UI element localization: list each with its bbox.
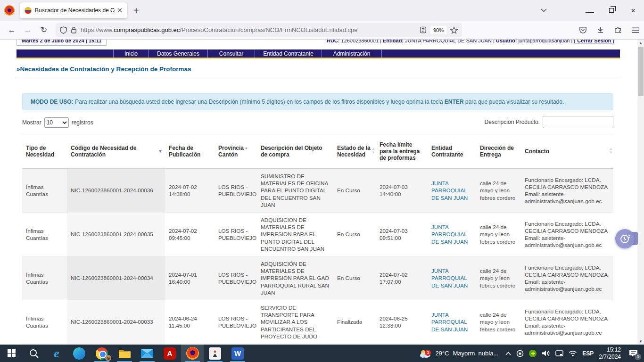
quick-clock-widget[interactable] <box>615 229 635 248</box>
cell-entidad: JUNTA PARROQUIAL DE SAN JUAN <box>428 300 476 344</box>
wifi-icon[interactable] <box>569 350 577 357</box>
back-button[interactable]: ← <box>4 25 20 35</box>
scroll-up-icon[interactable]: ▲ <box>637 40 644 46</box>
restore-button[interactable] <box>601 0 622 21</box>
list-tabs-chevron-icon[interactable] <box>533 0 554 21</box>
col-header-fecha-publicacion[interactable]: Fecha de Publicación <box>165 134 215 169</box>
clock-icon <box>619 233 631 245</box>
antivirus-tray-icon[interactable]: ✚ <box>529 350 537 357</box>
cell-codigo: NIC-1260023860001-2024-00035 <box>67 213 165 256</box>
notification-center-icon[interactable]: 3 <box>626 349 640 357</box>
col-header-entidad[interactable]: Entidad Contratante <box>428 134 476 169</box>
col-header-tipo[interactable]: Tipo de Necesidad <box>22 134 67 169</box>
entidad-link[interactable]: JUNTA PARROQUIAL DE SAN JUAN <box>431 268 468 288</box>
taskbar: e G A <box>0 345 644 362</box>
col-header-contacto[interactable]: Contacto▴▾ <box>521 134 613 169</box>
cell-tipo: Ínfimas Cuantías <box>22 169 67 213</box>
notification-count-badge: 3 <box>635 354 641 360</box>
language-indicator[interactable]: ESP <box>582 350 594 357</box>
product-filter-label: Descripción Producto: <box>485 119 540 125</box>
page-title: »Necesidades de Contratación y Recepción… <box>17 64 620 77</box>
word-icon[interactable]: W <box>226 345 249 362</box>
forward-button[interactable]: → <box>20 25 36 35</box>
cell-estado: En Curso <box>333 213 376 256</box>
chrome-icon[interactable]: G <box>91 345 113 362</box>
window-close-button[interactable]: × <box>622 0 644 21</box>
session-datetime: Martes 2 de Julio de 2024 | 15:11 <box>17 40 107 46</box>
browser-tab[interactable]: Buscador de Necesidades de Co ✕ <box>20 2 127 18</box>
nav-item-inicio[interactable]: Inicio <box>113 49 149 58</box>
records-label: registros <box>72 119 93 126</box>
table-row: Ínfimas Cuantías NIC-1260023860001-2024-… <box>22 169 613 213</box>
url-bar[interactable]: https://www.compraspublicas.gob.ec/Proce… <box>56 23 462 37</box>
zoom-level-badge[interactable]: 90% <box>430 26 446 34</box>
firefox-taskbar-icon[interactable] <box>181 345 204 362</box>
cell-descripcion: ADQUISICION DE MATERIALES DE IMPRESION P… <box>257 213 333 256</box>
scroll-down-icon[interactable]: ▼ <box>637 338 644 345</box>
col-header-fecha-limite[interactable]: Fecha límite para la entrega de proforma… <box>376 134 428 169</box>
reload-button[interactable]: ↻ <box>36 25 52 35</box>
cell-fecha-limite: 2024-06-25 12:33:00 <box>376 300 428 344</box>
new-tab-button[interactable]: + <box>133 5 139 16</box>
cell-tipo: Ínfimas Cuantías <box>22 256 67 300</box>
col-header-direccion[interactable]: Dirección de Entrega <box>476 134 521 169</box>
record-tray-icon[interactable] <box>516 350 524 357</box>
edge-icon[interactable] <box>68 345 91 362</box>
adobe-acrobat-icon[interactable]: A <box>158 345 181 362</box>
extensions-icon[interactable] <box>614 26 622 34</box>
filter-row: Mostrar 10 registros Descripción Product… <box>22 116 613 129</box>
col-header-provincia[interactable]: Provincia - Cantón <box>215 134 257 169</box>
cell-fecha-limite: 2024-07-03 14:40:00 <box>376 169 428 213</box>
java-app-icon[interactable] <box>204 345 226 362</box>
cell-contacto: Funcionario Encargado: LCDA. CECILIA CAR… <box>521 213 613 256</box>
entidad-link[interactable]: JUNTA PARROQUIAL DE SAN JUAN <box>431 312 468 332</box>
cell-estado: En Curso <box>333 256 376 300</box>
nav-item-consultar[interactable]: Consultar <box>207 49 255 58</box>
minimize-button[interactable] <box>579 0 601 21</box>
usage-notice: MODO DE USO: Para realizar una búsqueda … <box>22 93 613 110</box>
tab-title: Buscador de Necesidades de Co <box>35 7 115 14</box>
taskbar-search-icon[interactable] <box>23 345 45 362</box>
cell-fecha-limite: 2024-07-03 09:51:00 <box>376 213 428 256</box>
nav-item-entidad-contratante[interactable]: Entidad Contratante <box>255 49 322 58</box>
col-header-descripcion[interactable]: Descripción del Objeto de compra <box>257 134 333 169</box>
logout-link[interactable]: [ Cerrar Sesión ] <box>574 40 614 43</box>
cell-fecha-publicacion: 2024-06-24 11:45:00 <box>165 300 215 344</box>
session-info-bar: RUC: 1260023860001 | Entidad: JUNTA PARR… <box>327 40 614 43</box>
volume-icon[interactable] <box>542 350 550 357</box>
col-header-estado[interactable]: Estado de la Necesidad▴▾ <box>333 134 376 169</box>
reader-view-icon[interactable] <box>420 26 427 33</box>
page-scrollbar[interactable]: ▲ ▼ <box>637 40 644 345</box>
display-tray-icon[interactable] <box>555 350 563 357</box>
cell-descripcion: ADQUISICIÓN DE MATERIALES DE IMPRESION P… <box>257 256 333 300</box>
product-filter-input[interactable] <box>543 116 613 128</box>
lock-icon[interactable] <box>71 26 77 33</box>
nav-item-datos-generales[interactable]: Datos Generales <box>149 49 207 58</box>
firefox-logo-icon <box>4 5 15 16</box>
shield-icon[interactable] <box>60 26 67 34</box>
weather-widget[interactable]: 1 29°C Mayorm. nubla... <box>417 349 500 358</box>
file-explorer-icon[interactable] <box>113 345 136 362</box>
internet-explorer-icon[interactable]: e <box>45 345 68 362</box>
start-button[interactable] <box>0 345 23 362</box>
col-header-codigo[interactable]: Código de Necesidad de Contratación▼ <box>67 134 165 169</box>
taskbar-clock[interactable]: 15:12 2/7/2024 <box>599 346 621 361</box>
cell-contacto: Funcionario Encargado: LCDA. CECILIA CAR… <box>521 169 613 213</box>
browser-tab-bar: Buscador de Necesidades de Co ✕ + × <box>0 0 644 21</box>
browser-toolbar: ← → ↻ https://www.compraspublicas.gob.ec… <box>0 21 644 40</box>
tab-close-icon[interactable]: ✕ <box>117 7 123 14</box>
bookmark-star-icon[interactable] <box>450 26 458 34</box>
pocket-icon[interactable] <box>579 26 587 34</box>
menu-hamburger-icon[interactable] <box>631 27 639 33</box>
scrollbar-thumb[interactable] <box>638 47 644 96</box>
nav-item-administracion[interactable]: Administración <box>322 49 382 58</box>
downloads-icon[interactable] <box>596 26 604 34</box>
entidad-link[interactable]: JUNTA PARROQUIAL DE SAN JUAN <box>431 180 468 200</box>
show-hidden-icons-chevron[interactable] <box>505 352 511 355</box>
cell-tipo: Ínfimas Cuantías <box>22 213 67 256</box>
mail-icon[interactable] <box>136 345 158 362</box>
entidad-link[interactable]: JUNTA PARROQUIAL DE SAN JUAN <box>431 224 468 244</box>
header-row: Tipo de Necesidad Código de Necesidad de… <box>22 134 613 169</box>
page-length-select[interactable]: 10 <box>44 117 69 128</box>
system-tray: 1 29°C Mayorm. nubla... ✚ ESP 15:12 <box>417 345 644 362</box>
